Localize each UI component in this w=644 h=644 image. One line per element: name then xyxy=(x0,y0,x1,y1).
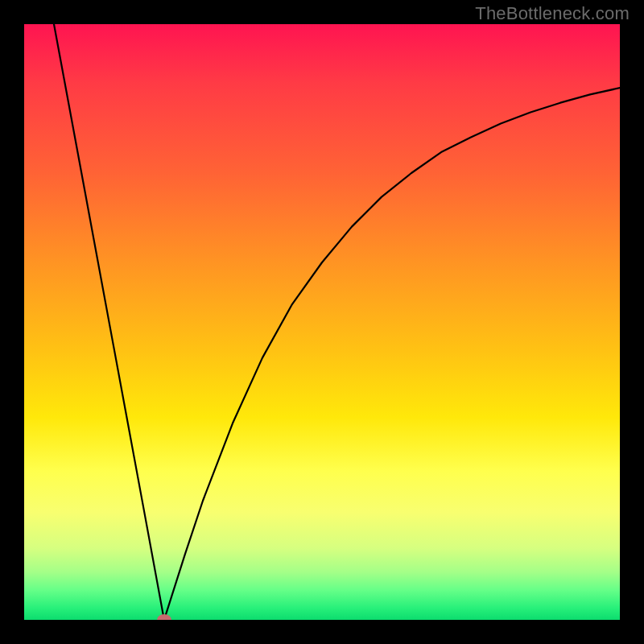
minimum-marker xyxy=(157,614,171,620)
plot-area xyxy=(24,24,620,620)
chart-frame: TheBottleneck.com xyxy=(0,0,644,644)
watermark-text: TheBottleneck.com xyxy=(475,3,630,24)
curve-path xyxy=(54,24,620,620)
bottleneck-curve xyxy=(24,24,620,620)
